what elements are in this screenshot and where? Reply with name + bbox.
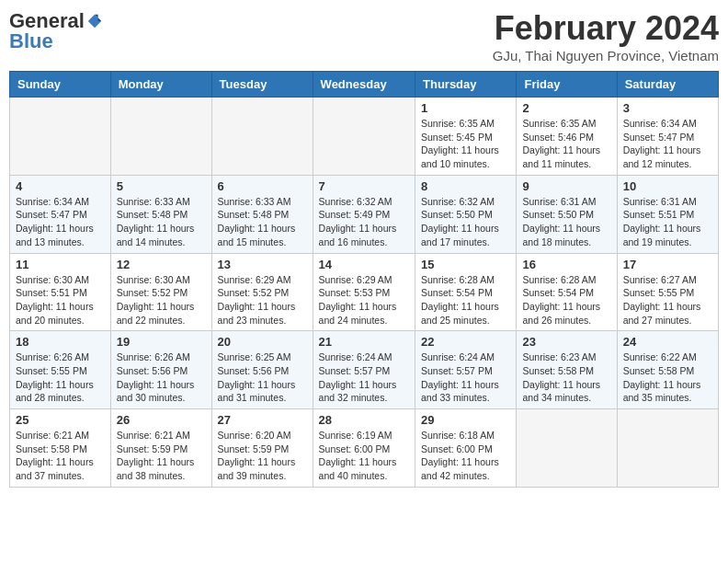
day-info: Sunrise: 6:34 AM Sunset: 5:47 PM Dayligh… bbox=[623, 117, 712, 171]
day-info: Sunrise: 6:23 AM Sunset: 5:58 PM Dayligh… bbox=[522, 350, 610, 405]
day-number: 9 bbox=[522, 179, 610, 193]
calendar-header-thursday: Thursday bbox=[415, 72, 517, 98]
day-number: 27 bbox=[218, 413, 307, 427]
calendar-cell: 26Sunrise: 6:21 AM Sunset: 5:59 PM Dayli… bbox=[110, 409, 211, 488]
calendar-cell: 10Sunrise: 6:31 AM Sunset: 5:51 PM Dayli… bbox=[617, 175, 718, 253]
location-subtitle: GJu, Thai Nguyen Province, Vietnam bbox=[493, 48, 719, 63]
calendar-cell bbox=[517, 409, 617, 488]
day-number: 26 bbox=[117, 413, 206, 427]
calendar-cell bbox=[313, 98, 415, 176]
day-info: Sunrise: 6:26 AM Sunset: 5:56 PM Dayligh… bbox=[117, 350, 206, 405]
calendar-cell: 28Sunrise: 6:19 AM Sunset: 6:00 PM Dayli… bbox=[313, 409, 415, 488]
day-info: Sunrise: 6:20 AM Sunset: 5:59 PM Dayligh… bbox=[218, 429, 307, 483]
calendar-week-row: 4Sunrise: 6:34 AM Sunset: 5:47 PM Daylig… bbox=[10, 175, 719, 253]
calendar-header-saturday: Saturday bbox=[617, 72, 718, 98]
calendar-cell: 12Sunrise: 6:30 AM Sunset: 5:52 PM Dayli… bbox=[110, 253, 211, 331]
calendar-cell: 3Sunrise: 6:34 AM Sunset: 5:47 PM Daylig… bbox=[617, 98, 718, 176]
calendar-cell: 4Sunrise: 6:34 AM Sunset: 5:47 PM Daylig… bbox=[10, 175, 111, 253]
day-number: 29 bbox=[421, 413, 510, 427]
calendar-cell bbox=[110, 98, 211, 176]
day-info: Sunrise: 6:26 AM Sunset: 5:55 PM Dayligh… bbox=[16, 350, 105, 405]
calendar-table: SundayMondayTuesdayWednesdayThursdayFrid… bbox=[9, 71, 719, 488]
day-info: Sunrise: 6:31 AM Sunset: 5:50 PM Dayligh… bbox=[522, 195, 610, 249]
day-info: Sunrise: 6:35 AM Sunset: 5:45 PM Dayligh… bbox=[421, 117, 510, 171]
day-info: Sunrise: 6:33 AM Sunset: 5:48 PM Dayligh… bbox=[117, 195, 206, 249]
day-number: 8 bbox=[421, 179, 510, 193]
calendar-cell bbox=[617, 409, 718, 488]
day-info: Sunrise: 6:21 AM Sunset: 5:59 PM Dayligh… bbox=[117, 429, 206, 483]
day-number: 11 bbox=[16, 258, 105, 271]
calendar-header-friday: Friday bbox=[517, 72, 617, 98]
calendar-cell: 2Sunrise: 6:35 AM Sunset: 5:46 PM Daylig… bbox=[517, 98, 617, 176]
day-info: Sunrise: 6:21 AM Sunset: 5:58 PM Dayligh… bbox=[16, 429, 105, 483]
calendar-cell: 29Sunrise: 6:18 AM Sunset: 6:00 PM Dayli… bbox=[415, 409, 517, 488]
day-info: Sunrise: 6:28 AM Sunset: 5:54 PM Dayligh… bbox=[421, 273, 510, 327]
day-info: Sunrise: 6:30 AM Sunset: 5:52 PM Dayligh… bbox=[117, 273, 206, 327]
day-number: 17 bbox=[623, 258, 712, 271]
day-info: Sunrise: 6:19 AM Sunset: 6:00 PM Dayligh… bbox=[319, 429, 409, 483]
day-number: 3 bbox=[623, 101, 712, 115]
calendar-week-row: 11Sunrise: 6:30 AM Sunset: 5:51 PM Dayli… bbox=[10, 253, 719, 331]
day-number: 19 bbox=[117, 335, 206, 349]
day-number: 12 bbox=[117, 258, 206, 271]
calendar-cell: 1Sunrise: 6:35 AM Sunset: 5:45 PM Daylig… bbox=[415, 98, 517, 176]
day-info: Sunrise: 6:31 AM Sunset: 5:51 PM Dayligh… bbox=[623, 195, 712, 249]
day-info: Sunrise: 6:34 AM Sunset: 5:47 PM Dayligh… bbox=[16, 195, 105, 249]
calendar-cell bbox=[10, 98, 111, 176]
calendar-cell: 20Sunrise: 6:25 AM Sunset: 5:56 PM Dayli… bbox=[211, 331, 313, 409]
day-number: 5 bbox=[117, 179, 206, 193]
calendar-week-row: 1Sunrise: 6:35 AM Sunset: 5:45 PM Daylig… bbox=[10, 98, 719, 176]
day-info: Sunrise: 6:27 AM Sunset: 5:55 PM Dayligh… bbox=[623, 273, 712, 327]
calendar-cell: 13Sunrise: 6:29 AM Sunset: 5:52 PM Dayli… bbox=[211, 253, 313, 331]
day-number: 15 bbox=[421, 258, 510, 271]
calendar-week-row: 25Sunrise: 6:21 AM Sunset: 5:58 PM Dayli… bbox=[10, 409, 719, 488]
day-number: 14 bbox=[319, 258, 409, 271]
day-info: Sunrise: 6:25 AM Sunset: 5:56 PM Dayligh… bbox=[218, 350, 307, 405]
day-number: 10 bbox=[623, 179, 712, 193]
calendar-cell: 15Sunrise: 6:28 AM Sunset: 5:54 PM Dayli… bbox=[415, 253, 517, 331]
day-number: 23 bbox=[522, 335, 610, 349]
day-number: 6 bbox=[218, 179, 307, 193]
calendar-week-row: 18Sunrise: 6:26 AM Sunset: 5:55 PM Dayli… bbox=[10, 331, 719, 409]
day-info: Sunrise: 6:35 AM Sunset: 5:46 PM Dayligh… bbox=[522, 117, 610, 171]
title-section: February 2024 GJu, Thai Nguyen Province,… bbox=[493, 9, 719, 63]
calendar-header-monday: Monday bbox=[110, 72, 211, 98]
day-info: Sunrise: 6:32 AM Sunset: 5:50 PM Dayligh… bbox=[421, 195, 510, 249]
calendar-cell: 17Sunrise: 6:27 AM Sunset: 5:55 PM Dayli… bbox=[617, 253, 718, 331]
logo-blue-text: Blue bbox=[9, 29, 53, 53]
calendar-header-wednesday: Wednesday bbox=[313, 72, 415, 98]
calendar-cell: 6Sunrise: 6:33 AM Sunset: 5:48 PM Daylig… bbox=[211, 175, 313, 253]
logo: General Blue bbox=[9, 9, 103, 53]
day-number: 28 bbox=[319, 413, 409, 427]
day-number: 13 bbox=[218, 258, 307, 271]
day-number: 2 bbox=[522, 101, 610, 115]
day-info: Sunrise: 6:28 AM Sunset: 5:54 PM Dayligh… bbox=[522, 273, 610, 327]
day-number: 18 bbox=[16, 335, 105, 349]
day-info: Sunrise: 6:30 AM Sunset: 5:51 PM Dayligh… bbox=[16, 273, 105, 327]
calendar-cell: 7Sunrise: 6:32 AM Sunset: 5:49 PM Daylig… bbox=[313, 175, 415, 253]
calendar-cell: 14Sunrise: 6:29 AM Sunset: 5:53 PM Dayli… bbox=[313, 253, 415, 331]
calendar-cell: 19Sunrise: 6:26 AM Sunset: 5:56 PM Dayli… bbox=[110, 331, 211, 409]
day-number: 7 bbox=[319, 179, 409, 193]
day-info: Sunrise: 6:22 AM Sunset: 5:58 PM Dayligh… bbox=[623, 350, 712, 405]
calendar-cell: 9Sunrise: 6:31 AM Sunset: 5:50 PM Daylig… bbox=[517, 175, 617, 253]
day-number: 21 bbox=[319, 335, 409, 349]
day-info: Sunrise: 6:29 AM Sunset: 5:53 PM Dayligh… bbox=[319, 273, 409, 327]
calendar-cell: 18Sunrise: 6:26 AM Sunset: 5:55 PM Dayli… bbox=[10, 331, 111, 409]
month-title: February 2024 bbox=[493, 9, 719, 48]
calendar-cell: 22Sunrise: 6:24 AM Sunset: 5:57 PM Dayli… bbox=[415, 331, 517, 409]
day-number: 22 bbox=[421, 335, 510, 349]
calendar-cell: 21Sunrise: 6:24 AM Sunset: 5:57 PM Dayli… bbox=[313, 331, 415, 409]
calendar-cell: 11Sunrise: 6:30 AM Sunset: 5:51 PM Dayli… bbox=[10, 253, 111, 331]
calendar-cell: 25Sunrise: 6:21 AM Sunset: 5:58 PM Dayli… bbox=[10, 409, 111, 488]
calendar-header-sunday: Sunday bbox=[10, 72, 111, 98]
calendar-header-row: SundayMondayTuesdayWednesdayThursdayFrid… bbox=[10, 72, 719, 98]
calendar-cell: 27Sunrise: 6:20 AM Sunset: 5:59 PM Dayli… bbox=[211, 409, 313, 488]
calendar-cell: 16Sunrise: 6:28 AM Sunset: 5:54 PM Dayli… bbox=[517, 253, 617, 331]
day-number: 25 bbox=[16, 413, 105, 427]
day-info: Sunrise: 6:24 AM Sunset: 5:57 PM Dayligh… bbox=[421, 350, 510, 405]
page-header: General Blue February 2024 GJu, Thai Ngu… bbox=[9, 9, 719, 63]
calendar-cell: 24Sunrise: 6:22 AM Sunset: 5:58 PM Dayli… bbox=[617, 331, 718, 409]
day-info: Sunrise: 6:33 AM Sunset: 5:48 PM Dayligh… bbox=[218, 195, 307, 249]
day-info: Sunrise: 6:32 AM Sunset: 5:49 PM Dayligh… bbox=[319, 195, 409, 249]
